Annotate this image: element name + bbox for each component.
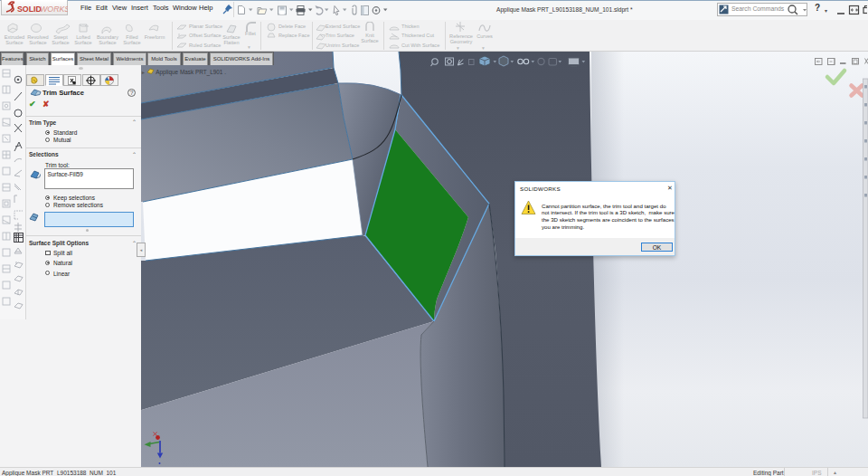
svg-text:WORKS: WORKS <box>40 5 68 14</box>
svg-text:SOLID: SOLID <box>17 5 42 14</box>
